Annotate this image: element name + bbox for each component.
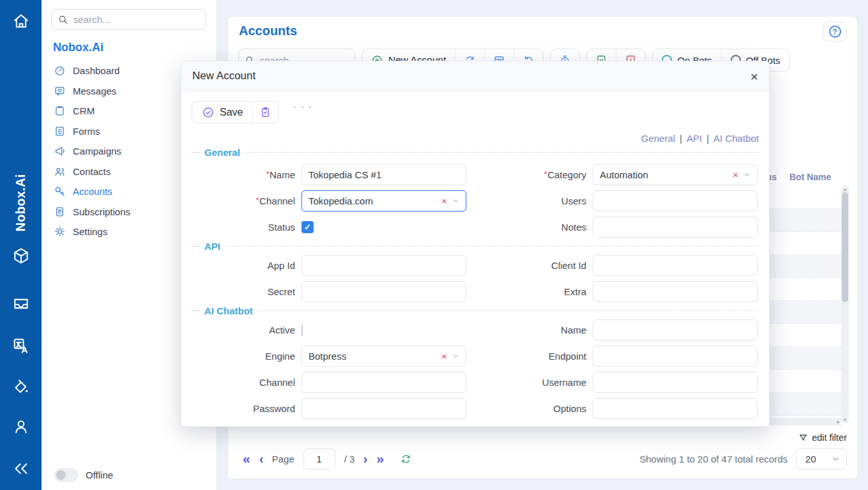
client-id-label: Client Id	[473, 260, 586, 271]
channel-select[interactable]: Tokopedia.com ×	[301, 190, 466, 211]
options-label: Options	[473, 403, 586, 414]
vertical-scrollbar[interactable]: ▲ ▼	[841, 186, 849, 424]
anchor-general[interactable]: General	[641, 133, 675, 144]
scroll-down-icon[interactable]: ▼	[841, 417, 849, 423]
page-number-input[interactable]	[303, 448, 335, 470]
chevron-down-icon	[743, 171, 751, 179]
form-row: Active Name	[192, 319, 759, 341]
anchor-api[interactable]: API	[687, 133, 702, 144]
chevron-down-icon	[452, 197, 460, 205]
paint-bucket-icon[interactable]	[11, 378, 30, 399]
column-header-bot-name[interactable]: Bot Name	[789, 172, 831, 182]
refresh-icon	[400, 453, 412, 465]
sidebar-search[interactable]	[51, 9, 206, 30]
username-label: Username	[473, 377, 586, 388]
active-checkbox[interactable]	[301, 324, 303, 336]
secret-field[interactable]	[301, 281, 466, 302]
inbox-icon[interactable]	[11, 295, 30, 316]
more-options-dots[interactable]	[294, 106, 311, 108]
engine-select[interactable]: Botpress ×	[301, 346, 466, 367]
anchor-ai-chatbot[interactable]: AI Chatbot	[713, 133, 759, 144]
offline-toggle[interactable]	[54, 468, 78, 482]
scroll-up-icon[interactable]: ▲	[841, 187, 849, 192]
package-icon[interactable]	[11, 247, 30, 268]
form-row: Secret Extra	[192, 281, 759, 302]
chevron-down-icon	[832, 455, 840, 463]
close-icon[interactable]: ×	[750, 70, 758, 83]
form-row: Status ✓ Notes	[192, 217, 759, 238]
reload-list-button[interactable]	[400, 453, 412, 465]
modal-toolbar: Save	[192, 101, 759, 123]
options-field[interactable]	[593, 398, 758, 419]
modal-title: New Account	[192, 70, 255, 82]
sidebar-search-input[interactable]	[73, 14, 199, 25]
endpoint-field[interactable]	[593, 346, 758, 367]
form-row: Channel Username	[192, 372, 759, 393]
home-icon[interactable]	[11, 11, 30, 33]
notes-field[interactable]	[593, 217, 758, 238]
clipboard-button[interactable]	[252, 102, 278, 123]
password-field[interactable]	[301, 398, 466, 419]
form-row: App Id Client Id	[192, 255, 759, 276]
users-field[interactable]	[593, 190, 758, 211]
section-general: General	[192, 146, 759, 158]
new-account-modal: New Account × Save General | API | AI Ch…	[181, 61, 770, 427]
save-button[interactable]: Save	[192, 102, 252, 123]
clear-icon[interactable]: ×	[441, 195, 447, 206]
status-label: Status	[192, 222, 295, 233]
subscriptions-icon	[54, 206, 66, 218]
form-row: Engine Botpress × Endpoint	[192, 346, 759, 367]
page-total: / 3	[344, 454, 355, 464]
notes-label: Notes	[473, 222, 586, 233]
page-label: Page	[272, 454, 294, 464]
brand-title: Nobox.Ai	[53, 41, 217, 54]
category-select[interactable]: Automation ×	[593, 164, 758, 185]
name-field[interactable]	[301, 164, 466, 185]
form-row: *Name *Category Automation ×	[192, 164, 759, 185]
dashboard-icon	[54, 65, 66, 77]
first-page-button[interactable]: «	[238, 451, 255, 466]
modal-body: Save General | API | AI Chatbot General …	[181, 91, 769, 419]
client-id-field[interactable]	[593, 255, 758, 276]
offline-label: Offline	[86, 470, 113, 480]
users-label: Users	[473, 195, 586, 206]
next-page-button[interactable]: ›	[358, 451, 372, 466]
app-id-label: App Id	[192, 260, 295, 271]
page-size-select[interactable]: 20	[796, 448, 847, 470]
collapse-sidebar-icon[interactable]	[11, 459, 30, 480]
key-icon	[54, 185, 66, 197]
scroll-right-icon[interactable]: ▸	[837, 418, 840, 425]
extra-field[interactable]	[593, 281, 758, 302]
records-summary: Showing 1 to 20 of 47 total records	[639, 454, 788, 464]
megaphone-icon	[54, 145, 66, 157]
status-checkbox[interactable]: ✓	[301, 221, 314, 233]
engine-label: Engine	[192, 351, 295, 362]
clear-icon[interactable]: ×	[733, 169, 738, 180]
translate-icon[interactable]	[11, 337, 30, 358]
edit-filter-button[interactable]: edit filter	[798, 433, 847, 443]
form-row: Password Options	[192, 398, 759, 419]
user-icon[interactable]	[11, 417, 30, 438]
offline-row: Offline	[54, 468, 113, 482]
app-id-field[interactable]	[301, 255, 466, 276]
pagination-bar: « ‹ Page / 3 › » Showing 1 to 20 of 47 t…	[238, 447, 847, 470]
active-label: Active	[192, 325, 295, 335]
scrollbar-thumb[interactable]	[842, 192, 848, 302]
username-field[interactable]	[593, 372, 758, 393]
endpoint-label: Endpoint	[473, 351, 586, 362]
clear-icon[interactable]: ×	[441, 351, 447, 362]
password-label: Password	[192, 403, 295, 414]
help-button[interactable]: ?	[823, 22, 847, 42]
help-icon: ?	[829, 26, 841, 38]
channel-label: Channel	[259, 195, 295, 206]
gear-icon	[54, 226, 66, 238]
prev-page-button[interactable]: ‹	[255, 451, 268, 466]
clipboard-check-icon	[259, 106, 271, 118]
section-api: API	[192, 240, 759, 252]
ai-name-field[interactable]	[593, 319, 758, 341]
ai-channel-field[interactable]	[301, 372, 466, 393]
funnel-icon	[798, 433, 808, 443]
contacts-icon	[54, 165, 66, 178]
last-page-button[interactable]: »	[372, 451, 388, 466]
chevron-down-icon	[452, 352, 460, 360]
